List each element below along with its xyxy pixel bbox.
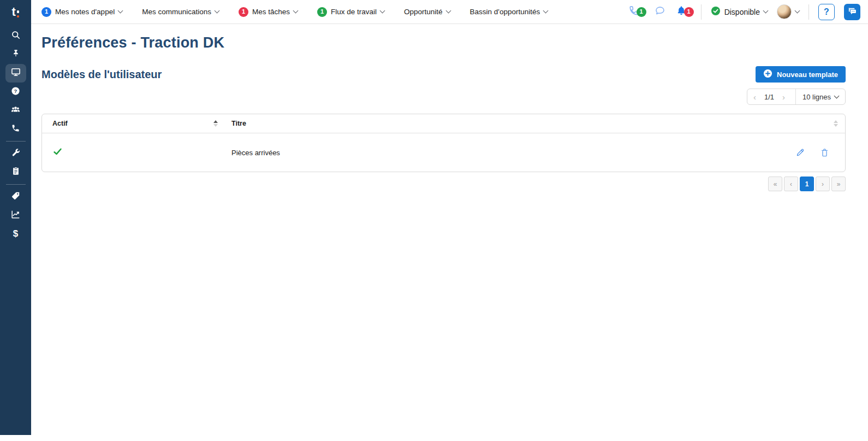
user-menu[interactable] (777, 4, 799, 19)
topbar: t 1 Mes notes d'appel Mes communications… (0, 0, 868, 24)
topbar-divider (808, 4, 809, 20)
lines-per-page-dropdown[interactable]: 10 lignes (796, 93, 845, 101)
chevron-down-icon (445, 8, 451, 14)
people-icon (10, 104, 21, 117)
delete-button[interactable] (820, 148, 829, 157)
logo-letter: t (12, 6, 16, 18)
sidebar-item-contacts[interactable] (5, 101, 26, 120)
new-template-label: Nouveau template (777, 70, 838, 79)
table-row: Pièces arrivées (42, 133, 845, 172)
nav-label: Flux de travail (331, 8, 377, 16)
main-content: Préférences - Traction DK Modèles de l'u… (31, 24, 868, 441)
sort-icon (213, 120, 218, 127)
sidebar-item-help[interactable]: ? (5, 83, 26, 101)
sidebar-divider (6, 141, 26, 142)
chevron-down-icon (543, 8, 549, 14)
nav-label: Mes tâches (252, 8, 290, 16)
sidebar-item-tags[interactable] (5, 187, 26, 206)
column-label: Actif (52, 120, 68, 127)
chevron-down-icon (293, 8, 299, 14)
help-circle-icon: ? (10, 86, 21, 98)
topbar-divider (701, 4, 701, 20)
page-title: Préférences - Traction DK (41, 34, 846, 51)
app-logo[interactable]: t (0, 0, 31, 24)
nav-label: Mes notes d'appel (55, 8, 115, 16)
column-header-titre[interactable]: Titre (222, 120, 845, 127)
calls-count-badge: 1 (637, 7, 646, 17)
status-check-circle-icon (711, 6, 721, 17)
help-button[interactable]: ? (818, 4, 835, 20)
cell-titre: Pièces arrivées (222, 149, 795, 157)
section-title: Modèles de l'utilisateur (41, 68, 162, 81)
sort-icon (834, 120, 838, 127)
notes-count-badge: 1 (41, 7, 51, 17)
edit-button[interactable] (795, 148, 805, 157)
clipboard-icon (11, 166, 21, 178)
avatar (777, 4, 792, 19)
sidebar-item-search[interactable] (5, 27, 26, 45)
dollar-icon: $ (13, 228, 18, 239)
sidebar-item-reports[interactable] (5, 206, 26, 225)
search-icon (10, 30, 21, 43)
new-template-button[interactable]: Nouveau template (756, 66, 846, 83)
nav-item-mes-notes-dappel[interactable]: 1 Mes notes d'appel (41, 7, 122, 17)
pager-row: ‹ 1/1 › 10 lignes (41, 89, 846, 105)
pagination-next-button[interactable]: › (816, 177, 830, 191)
chat-bubble-icon (654, 5, 666, 19)
forum-icon (848, 7, 857, 17)
wrench-icon (11, 148, 21, 160)
plus-circle-icon (763, 69, 772, 80)
column-header-actif[interactable]: Actif (42, 120, 222, 127)
pin-icon (11, 49, 21, 61)
chat-button[interactable] (654, 5, 666, 19)
table-header-row: Actif Titre (42, 114, 845, 133)
check-icon (52, 146, 63, 158)
nav-item-mes-taches[interactable]: 1 Mes tâches (239, 7, 298, 17)
tasks-count-badge: 1 (239, 7, 248, 17)
svg-text:?: ? (14, 87, 17, 93)
nav-label: Opportunité (404, 8, 443, 16)
workflow-count-badge: 1 (317, 7, 327, 17)
pagination-first-button[interactable]: « (768, 177, 782, 191)
chevron-down-icon (118, 8, 123, 14)
phone-icon (10, 123, 21, 136)
nav-label: Bassin d'opportunités (470, 8, 540, 16)
messages-button[interactable] (844, 4, 860, 20)
pagination-page-1-button[interactable]: 1 (800, 177, 814, 191)
sidebar-item-pinned[interactable] (5, 45, 26, 64)
nav-item-mes-communications[interactable]: Mes communications (142, 8, 219, 16)
screen-icon (10, 67, 21, 80)
pager-next-button[interactable]: › (776, 93, 791, 101)
nav-label: Mes communications (142, 8, 211, 16)
sidebar-item-billing[interactable]: $ (5, 225, 26, 243)
nav-item-bassin-dopportunites[interactable]: Bassin d'opportunités (470, 8, 548, 16)
chevron-down-icon (834, 93, 840, 99)
nav-item-flux-de-travail[interactable]: 1 Flux de travail (317, 7, 384, 17)
sidebar-item-screen[interactable] (5, 64, 26, 83)
availability-status-dropdown[interactable]: Disponible (711, 6, 768, 17)
topbar-right: 1 1 (628, 0, 868, 23)
table-pager: ‹ 1/1 › 10 lignes (747, 89, 846, 105)
tag-icon (10, 191, 21, 203)
templates-table: Actif Titre Pièces arrivées (41, 114, 846, 172)
bottom-pagination: « ‹ 1 › » (41, 177, 846, 191)
chevron-down-icon (380, 8, 385, 14)
sidebar-item-tools[interactable] (5, 144, 26, 163)
sidebar: ? (0, 24, 31, 435)
chevron-down-icon (795, 8, 800, 14)
pagination-prev-button[interactable]: ‹ (784, 177, 798, 191)
nav-item-opportunite[interactable]: Opportunité (404, 8, 450, 16)
pager-prev-button[interactable]: ‹ (747, 93, 762, 101)
sidebar-item-phone[interactable] (5, 120, 26, 138)
notifications-button[interactable]: 1 (675, 5, 687, 19)
status-label: Disponible (724, 8, 760, 16)
chevron-down-icon (763, 8, 769, 14)
sidebar-item-notes[interactable] (5, 163, 26, 181)
pagination-last-button[interactable]: » (831, 177, 846, 191)
lines-per-page-label: 10 lignes (802, 93, 831, 101)
bottom-strip (0, 435, 868, 441)
notifications-count-badge: 1 (684, 7, 694, 17)
logo-colon-icon (17, 7, 20, 17)
calls-button[interactable]: 1 (628, 4, 640, 19)
section-header: Modèles de l'utilisateur Nouveau templat… (41, 66, 846, 83)
